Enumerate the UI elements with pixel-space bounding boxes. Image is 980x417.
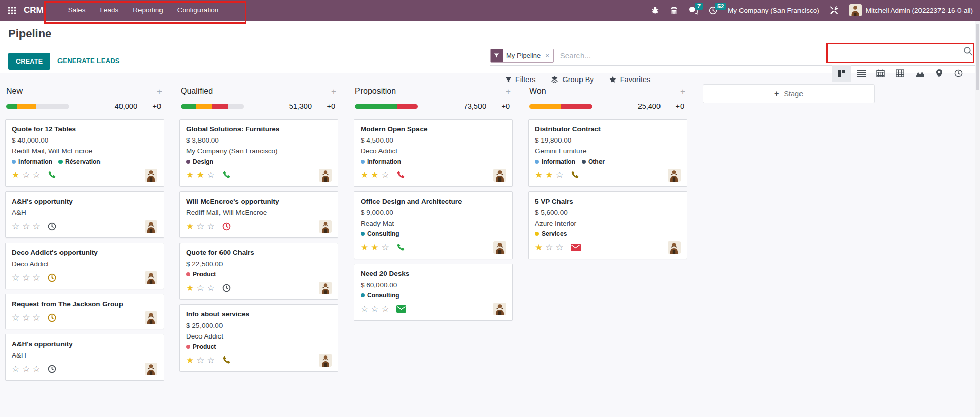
generate-leads-button[interactable]: GENERATE LEADS <box>57 57 120 65</box>
filters-button[interactable]: Filters <box>505 75 535 84</box>
star-empty-icon[interactable]: ☆ <box>196 222 204 231</box>
kanban-card[interactable]: Quote for 600 Chairs$ 22,500.00Product★☆… <box>179 243 338 300</box>
menu-reporting[interactable]: Reporting <box>126 0 170 21</box>
facet-close-icon[interactable]: × <box>544 49 553 62</box>
menu-sales[interactable]: Sales <box>61 0 93 21</box>
kanban-card[interactable]: Need 20 Desks$ 60,000.00Consulting☆☆☆ <box>354 264 513 321</box>
view-kanban-button[interactable] <box>832 65 851 82</box>
view-activity-button[interactable] <box>949 65 968 82</box>
star-filled-icon[interactable]: ★ <box>186 356 194 365</box>
star-empty-icon[interactable]: ☆ <box>545 243 553 252</box>
add-record-plus-icon[interactable]: + <box>157 87 162 96</box>
menu-leads[interactable]: Leads <box>93 0 126 21</box>
star-empty-icon[interactable]: ☆ <box>382 305 389 313</box>
star-filled-icon[interactable]: ★ <box>361 171 368 180</box>
star-filled-icon[interactable]: ★ <box>196 171 204 180</box>
star-empty-icon[interactable]: ☆ <box>556 171 564 180</box>
activity-clock-icon[interactable] <box>222 222 231 231</box>
column-progressbar[interactable] <box>529 104 592 109</box>
debug-bug-icon[interactable] <box>651 6 659 14</box>
kanban-card[interactable]: Office Design and Architecture$ 9,000.00… <box>354 191 513 259</box>
view-pivot-button[interactable] <box>890 65 910 82</box>
scrollbar-thumb[interactable] <box>976 24 979 90</box>
star-empty-icon[interactable]: ☆ <box>22 171 30 180</box>
activity-clock-icon[interactable] <box>48 222 56 231</box>
view-list-button[interactable] <box>851 65 871 82</box>
app-name[interactable]: CRM <box>24 5 44 15</box>
tools-icon[interactable] <box>830 6 839 15</box>
star-empty-icon[interactable]: ☆ <box>196 356 204 365</box>
activity-clock-icon[interactable] <box>48 273 56 282</box>
star-empty-icon[interactable]: ☆ <box>207 284 215 292</box>
star-empty-icon[interactable]: ☆ <box>361 305 368 313</box>
view-graph-button[interactable] <box>910 65 929 82</box>
star-empty-icon[interactable]: ☆ <box>22 273 30 282</box>
star-empty-icon[interactable]: ☆ <box>12 222 19 231</box>
star-empty-icon[interactable]: ☆ <box>12 273 19 282</box>
apps-menu-icon[interactable] <box>0 0 24 21</box>
activity-phone-icon[interactable] <box>48 171 56 180</box>
star-filled-icon[interactable]: ★ <box>186 284 194 292</box>
activity-clock-icon[interactable] <box>48 313 56 322</box>
company-switcher[interactable]: My Company (San Francisco) <box>728 7 819 14</box>
view-calendar-button[interactable] <box>871 65 890 82</box>
activity-phone-icon[interactable] <box>571 171 579 180</box>
kanban-card[interactable]: Deco Addict's opportunityDeco Addict☆☆☆ <box>5 243 164 289</box>
star-filled-icon[interactable]: ★ <box>371 243 378 252</box>
vertical-scrollbar[interactable] <box>975 21 980 417</box>
column-progressbar[interactable] <box>6 104 69 109</box>
kanban-card[interactable]: 5 VP Chairs$ 5,600.00Azure InteriorServi… <box>528 191 687 259</box>
star-empty-icon[interactable]: ☆ <box>12 365 19 373</box>
kanban-card[interactable]: A&H's opportunityA&H☆☆☆ <box>5 334 164 381</box>
star-empty-icon[interactable]: ☆ <box>382 243 389 252</box>
activity-envelope-icon[interactable] <box>571 244 581 251</box>
star-empty-icon[interactable]: ☆ <box>207 222 215 231</box>
activity-phone-icon[interactable] <box>222 356 231 365</box>
add-record-plus-icon[interactable]: + <box>331 87 336 96</box>
star-empty-icon[interactable]: ☆ <box>33 273 41 282</box>
star-empty-icon[interactable]: ☆ <box>33 222 41 231</box>
star-empty-icon[interactable]: ☆ <box>12 313 19 322</box>
star-filled-icon[interactable]: ★ <box>186 171 194 180</box>
add-record-plus-icon[interactable]: + <box>680 87 685 96</box>
star-empty-icon[interactable]: ☆ <box>207 171 215 180</box>
star-empty-icon[interactable]: ☆ <box>371 305 378 313</box>
kanban-card[interactable]: A&H's opportunityA&H☆☆☆ <box>5 191 164 238</box>
voip-phone-icon[interactable] <box>670 6 678 15</box>
star-empty-icon[interactable]: ☆ <box>382 171 389 180</box>
add-record-plus-icon[interactable]: + <box>506 87 511 96</box>
activity-phone-icon[interactable] <box>222 171 231 180</box>
kanban-card[interactable]: Distributor Contract$ 19,800.00Gemini Fu… <box>528 119 687 187</box>
menu-configuration[interactable]: Configuration <box>170 0 226 21</box>
star-filled-icon[interactable]: ★ <box>535 171 543 180</box>
star-filled-icon[interactable]: ★ <box>535 243 543 252</box>
kanban-card[interactable]: Quote for 12 Tables$ 40,000.00Rediff Mai… <box>5 119 164 187</box>
kanban-card[interactable]: Will McEncroe's opportunityRediff Mail, … <box>179 191 338 238</box>
user-menu[interactable]: Mitchell Admin (20222372-16-0-all) <box>849 4 973 16</box>
star-empty-icon[interactable]: ☆ <box>33 171 41 180</box>
star-empty-icon[interactable]: ☆ <box>22 365 30 373</box>
group-by-button[interactable]: Group By <box>551 75 593 84</box>
star-empty-icon[interactable]: ☆ <box>22 222 30 231</box>
messages-icon[interactable]: 7 <box>689 6 698 15</box>
star-empty-icon[interactable]: ☆ <box>207 356 215 365</box>
activity-phone-icon[interactable] <box>396 171 405 180</box>
star-filled-icon[interactable]: ★ <box>12 171 19 180</box>
kanban-card[interactable]: Global Solutions: Furnitures$ 3,800.00My… <box>179 119 338 187</box>
star-empty-icon[interactable]: ☆ <box>196 284 204 292</box>
activities-clock-icon[interactable]: 52 <box>709 6 717 15</box>
activity-clock-icon[interactable] <box>48 365 56 373</box>
star-filled-icon[interactable]: ★ <box>186 222 194 231</box>
star-filled-icon[interactable]: ★ <box>545 171 553 180</box>
view-map-button[interactable] <box>929 65 949 82</box>
search-icon[interactable] <box>963 46 973 58</box>
star-empty-icon[interactable]: ☆ <box>22 313 30 322</box>
activity-clock-icon[interactable] <box>222 284 231 292</box>
column-progressbar[interactable] <box>181 104 244 109</box>
star-filled-icon[interactable]: ★ <box>361 243 368 252</box>
kanban-card[interactable]: Modern Open Space$ 4,500.00Deco AddictIn… <box>354 119 513 187</box>
create-button[interactable]: CREATE <box>8 53 50 70</box>
star-filled-icon[interactable]: ★ <box>371 171 378 180</box>
activity-phone-icon[interactable] <box>396 243 405 252</box>
activity-envelope-icon[interactable] <box>396 305 406 313</box>
